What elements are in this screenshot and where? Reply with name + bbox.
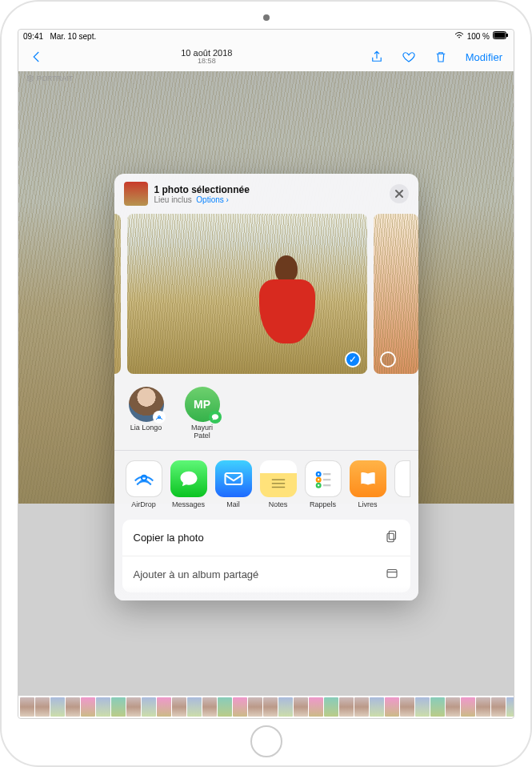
photo-subject [259,255,331,367]
airdrop-icon [126,460,162,497]
share-options-link[interactable]: Options [196,195,223,204]
mail-icon [215,460,252,497]
device-camera [263,14,270,21]
app-mail[interactable]: Mail [215,460,252,508]
action-add-shared-album[interactable]: Ajouter à un album partagé [122,556,410,592]
app-label: AirDrop [126,500,162,508]
action-label: Copier la photo [134,532,204,544]
airdrop-people-row: Lia Longo MP Mayuri Patel [114,382,418,450]
share-title: 1 photo sélectionnée [154,184,383,195]
portrait-badge-label: PORTRAIT [37,74,73,82]
share-photo-carousel[interactable]: ✓ [114,211,418,382]
carousel-photo-prev[interactable] [114,214,121,374]
person-name: Mayuri Patel [183,424,222,440]
status-date: Mar. 10 sept. [50,32,96,41]
wifi-icon [454,31,464,41]
reminders-icon [305,460,342,497]
favorite-button[interactable] [398,46,419,67]
app-airdrop[interactable]: AirDrop [126,460,162,508]
selection-ring[interactable] [380,351,396,367]
status-left: 09:41 Mar. 10 sept. [23,32,96,41]
status-bar: 09:41 Mar. 10 sept. 100 % [18,30,514,42]
screen: 09:41 Mar. 10 sept. 100 % 10 août 2018 [18,29,514,719]
share-sheet: 1 photo sélectionnée Lieu inclus Options… [114,174,418,600]
svg-rect-17 [387,569,397,577]
books-icon [350,460,386,497]
svg-rect-16 [387,533,394,542]
person-name: Lia Longo [127,424,166,432]
app-messages[interactable]: Messages [170,460,207,508]
nav-bar: 10 août 2018 18:58 Modifier [18,42,514,71]
portrait-badge: PORTRAIT [26,74,73,82]
shared-album-icon [385,566,399,583]
svg-rect-15 [389,531,395,540]
selection-ring-checked[interactable]: ✓ [345,351,361,367]
messages-badge-icon [209,411,222,424]
app-label: Notes [260,500,297,508]
app-label: Messages [170,500,207,508]
person-lia-longo[interactable]: Lia Longo [127,387,166,440]
app-more[interactable] [394,460,410,508]
nav-subtitle: 18:58 [47,58,366,66]
svg-rect-1 [494,33,506,38]
nav-title-group: 10 août 2018 18:58 [47,48,366,66]
home-button[interactable] [250,725,282,757]
svg-point-9 [316,472,320,476]
messages-icon [170,460,207,497]
status-time: 09:41 [23,32,43,41]
more-icon [394,460,410,497]
action-label: Ajouter à un album partagé [134,568,259,580]
delete-button[interactable] [430,46,451,67]
svg-point-11 [316,484,320,488]
back-button[interactable] [26,46,47,67]
app-notes[interactable]: Notes [260,460,297,508]
avatar [129,387,164,422]
nav-actions: Modifier [366,46,506,67]
airdrop-badge-icon [153,411,166,424]
carousel-photo-selected[interactable]: ✓ [127,214,367,374]
app-rappels[interactable]: Rappels [305,460,342,508]
svg-point-10 [316,478,320,482]
close-button[interactable] [390,184,409,203]
app-label: Mail [215,500,252,508]
carousel-photo-next[interactable] [374,214,418,374]
ipad-frame: 09:41 Mar. 10 sept. 100 % 10 août 2018 [0,0,532,767]
app-livres[interactable]: Livres [350,460,386,508]
svg-rect-5 [225,473,242,484]
notes-icon [260,460,297,497]
share-apps-row[interactable]: AirDrop Messages Mail [114,451,418,520]
header-thumbnail [124,182,148,206]
person-mayuri-patel[interactable]: MP Mayuri Patel [183,387,222,440]
battery-percent: 100 % [467,32,490,41]
thumbnail-strip[interactable] [18,696,514,718]
share-subtitle: Lieu inclus Options › [154,195,383,204]
share-sheet-header: 1 photo sélectionnée Lieu inclus Options… [114,174,418,211]
copy-icon [385,529,399,546]
share-button[interactable] [366,46,387,67]
app-label: Rappels [305,500,342,508]
battery-icon [493,31,509,41]
share-actions-list: Copier la photo Ajouter à un album parta… [122,520,410,592]
app-label: Livres [350,500,386,508]
svg-rect-2 [506,34,508,37]
status-right: 100 % [454,31,509,41]
avatar: MP [185,387,220,422]
edit-button[interactable]: Modifier [462,48,506,66]
action-copy-photo[interactable]: Copier la photo [122,520,410,556]
